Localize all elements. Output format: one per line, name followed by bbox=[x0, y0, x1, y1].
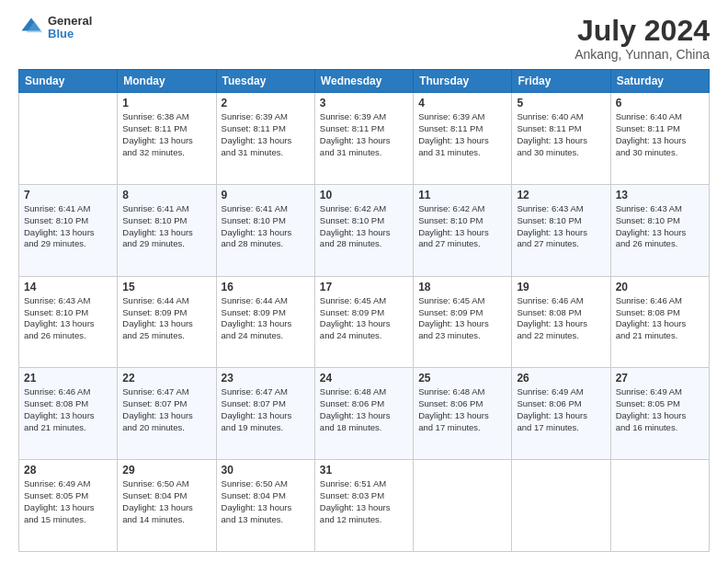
day-number: 18 bbox=[418, 281, 506, 293]
day-info: Sunrise: 6:40 AM Sunset: 8:11 PM Dayligh… bbox=[616, 111, 704, 158]
day-info: Sunrise: 6:39 AM Sunset: 8:11 PM Dayligh… bbox=[222, 111, 310, 158]
day-number: 7 bbox=[24, 189, 112, 201]
day-info: Sunrise: 6:43 AM Sunset: 8:10 PM Dayligh… bbox=[616, 203, 704, 250]
day-number: 23 bbox=[222, 372, 310, 385]
calendar-cell: 20Sunrise: 6:46 AM Sunset: 8:08 PM Dayli… bbox=[610, 276, 709, 368]
calendar-cell: 1Sunrise: 6:38 AM Sunset: 8:11 PM Daylig… bbox=[118, 93, 216, 185]
calendar-cell bbox=[512, 460, 610, 552]
day-number: 31 bbox=[320, 464, 408, 477]
calendar-day-header: Thursday bbox=[414, 70, 512, 93]
calendar-week-row: 1Sunrise: 6:38 AM Sunset: 8:11 PM Daylig… bbox=[19, 93, 710, 185]
calendar-cell: 5Sunrise: 6:40 AM Sunset: 8:11 PM Daylig… bbox=[512, 93, 610, 185]
calendar-cell: 12Sunrise: 6:43 AM Sunset: 8:10 PM Dayli… bbox=[512, 184, 610, 276]
day-number: 22 bbox=[122, 372, 210, 385]
calendar-week-row: 28Sunrise: 6:49 AM Sunset: 8:05 PM Dayli… bbox=[19, 460, 710, 552]
calendar-cell: 8Sunrise: 6:41 AM Sunset: 8:10 PM Daylig… bbox=[118, 184, 216, 276]
day-info: Sunrise: 6:47 AM Sunset: 8:07 PM Dayligh… bbox=[222, 386, 310, 433]
day-info: Sunrise: 6:50 AM Sunset: 8:04 PM Dayligh… bbox=[122, 478, 210, 525]
header: General Blue July 2024 Ankang, Yunnan, C… bbox=[18, 15, 710, 62]
calendar-cell: 7Sunrise: 6:41 AM Sunset: 8:10 PM Daylig… bbox=[19, 184, 118, 276]
day-number: 14 bbox=[24, 281, 112, 293]
calendar-cell bbox=[610, 460, 709, 552]
calendar-cell: 21Sunrise: 6:46 AM Sunset: 8:08 PM Dayli… bbox=[19, 368, 118, 460]
calendar-cell: 9Sunrise: 6:41 AM Sunset: 8:10 PM Daylig… bbox=[216, 184, 314, 276]
calendar-table: SundayMondayTuesdayWednesdayThursdayFrid… bbox=[18, 69, 710, 552]
calendar-cell bbox=[19, 93, 118, 185]
day-info: Sunrise: 6:41 AM Sunset: 8:10 PM Dayligh… bbox=[24, 203, 112, 250]
day-info: Sunrise: 6:43 AM Sunset: 8:10 PM Dayligh… bbox=[517, 203, 605, 250]
day-info: Sunrise: 6:50 AM Sunset: 8:04 PM Dayligh… bbox=[222, 478, 310, 525]
day-number: 16 bbox=[222, 281, 310, 293]
day-number: 12 bbox=[517, 189, 605, 201]
day-info: Sunrise: 6:48 AM Sunset: 8:06 PM Dayligh… bbox=[418, 386, 506, 433]
calendar-day-header: Friday bbox=[512, 70, 610, 93]
day-info: Sunrise: 6:39 AM Sunset: 8:11 PM Dayligh… bbox=[320, 111, 408, 158]
day-number: 2 bbox=[222, 97, 310, 109]
day-number: 11 bbox=[418, 189, 506, 201]
day-number: 27 bbox=[616, 372, 704, 385]
calendar-week-row: 7Sunrise: 6:41 AM Sunset: 8:10 PM Daylig… bbox=[19, 184, 710, 276]
calendar-day-header: Saturday bbox=[610, 70, 709, 93]
day-info: Sunrise: 6:41 AM Sunset: 8:10 PM Dayligh… bbox=[122, 203, 210, 250]
calendar-header-row: SundayMondayTuesdayWednesdayThursdayFrid… bbox=[19, 70, 710, 93]
logo-line2: Blue bbox=[48, 28, 92, 40]
day-info: Sunrise: 6:49 AM Sunset: 8:06 PM Dayligh… bbox=[517, 386, 605, 433]
calendar-cell: 26Sunrise: 6:49 AM Sunset: 8:06 PM Dayli… bbox=[512, 368, 610, 460]
calendar-week-row: 21Sunrise: 6:46 AM Sunset: 8:08 PM Dayli… bbox=[19, 368, 710, 460]
day-info: Sunrise: 6:42 AM Sunset: 8:10 PM Dayligh… bbox=[418, 203, 506, 250]
calendar-cell: 11Sunrise: 6:42 AM Sunset: 8:10 PM Dayli… bbox=[414, 184, 512, 276]
calendar-cell: 13Sunrise: 6:43 AM Sunset: 8:10 PM Dayli… bbox=[610, 184, 709, 276]
day-info: Sunrise: 6:46 AM Sunset: 8:08 PM Dayligh… bbox=[616, 295, 704, 342]
day-info: Sunrise: 6:46 AM Sunset: 8:08 PM Dayligh… bbox=[517, 295, 605, 342]
logo-text: General Blue bbox=[48, 15, 92, 41]
calendar-cell: 31Sunrise: 6:51 AM Sunset: 8:03 PM Dayli… bbox=[314, 460, 413, 552]
day-number: 30 bbox=[222, 464, 310, 477]
day-number: 21 bbox=[24, 372, 112, 385]
day-number: 10 bbox=[320, 189, 408, 201]
calendar-cell: 23Sunrise: 6:47 AM Sunset: 8:07 PM Dayli… bbox=[216, 368, 314, 460]
day-number: 20 bbox=[616, 281, 704, 293]
day-number: 9 bbox=[222, 189, 310, 201]
calendar-week-row: 14Sunrise: 6:43 AM Sunset: 8:10 PM Dayli… bbox=[19, 276, 710, 368]
day-info: Sunrise: 6:49 AM Sunset: 8:05 PM Dayligh… bbox=[616, 386, 704, 433]
day-info: Sunrise: 6:51 AM Sunset: 8:03 PM Dayligh… bbox=[320, 478, 408, 525]
day-info: Sunrise: 6:39 AM Sunset: 8:11 PM Dayligh… bbox=[418, 111, 506, 158]
day-info: Sunrise: 6:48 AM Sunset: 8:06 PM Dayligh… bbox=[320, 386, 408, 433]
calendar-cell: 16Sunrise: 6:44 AM Sunset: 8:09 PM Dayli… bbox=[216, 276, 314, 368]
day-number: 1 bbox=[122, 97, 210, 109]
day-number: 3 bbox=[320, 97, 408, 109]
day-info: Sunrise: 6:42 AM Sunset: 8:10 PM Dayligh… bbox=[320, 203, 408, 250]
calendar-cell: 14Sunrise: 6:43 AM Sunset: 8:10 PM Dayli… bbox=[19, 276, 118, 368]
day-number: 26 bbox=[517, 372, 605, 385]
calendar-cell: 27Sunrise: 6:49 AM Sunset: 8:05 PM Dayli… bbox=[610, 368, 709, 460]
calendar-cell bbox=[414, 460, 512, 552]
page-title: July 2024 bbox=[574, 15, 710, 47]
calendar-cell: 6Sunrise: 6:40 AM Sunset: 8:11 PM Daylig… bbox=[610, 93, 709, 185]
calendar-cell: 28Sunrise: 6:49 AM Sunset: 8:05 PM Dayli… bbox=[19, 460, 118, 552]
day-number: 28 bbox=[24, 464, 112, 477]
calendar-cell: 24Sunrise: 6:48 AM Sunset: 8:06 PM Dayli… bbox=[314, 368, 413, 460]
day-info: Sunrise: 6:43 AM Sunset: 8:10 PM Dayligh… bbox=[24, 295, 112, 342]
day-number: 15 bbox=[122, 281, 210, 293]
day-number: 17 bbox=[320, 281, 408, 293]
logo: General Blue bbox=[18, 15, 92, 41]
page: General Blue July 2024 Ankang, Yunnan, C… bbox=[0, 0, 728, 563]
logo-icon bbox=[18, 15, 44, 40]
calendar-cell: 10Sunrise: 6:42 AM Sunset: 8:10 PM Dayli… bbox=[314, 184, 413, 276]
day-number: 24 bbox=[320, 372, 408, 385]
calendar-day-header: Sunday bbox=[19, 70, 118, 93]
day-number: 6 bbox=[616, 97, 704, 109]
day-number: 8 bbox=[122, 189, 210, 201]
day-number: 19 bbox=[517, 281, 605, 293]
calendar-cell: 19Sunrise: 6:46 AM Sunset: 8:08 PM Dayli… bbox=[512, 276, 610, 368]
day-info: Sunrise: 6:46 AM Sunset: 8:08 PM Dayligh… bbox=[24, 386, 112, 433]
title-block: July 2024 Ankang, Yunnan, China bbox=[574, 15, 710, 62]
day-number: 5 bbox=[517, 97, 605, 109]
day-number: 29 bbox=[122, 464, 210, 477]
day-info: Sunrise: 6:40 AM Sunset: 8:11 PM Dayligh… bbox=[517, 111, 605, 158]
page-subtitle: Ankang, Yunnan, China bbox=[574, 47, 710, 62]
calendar-day-header: Wednesday bbox=[314, 70, 413, 93]
logo-line1: General bbox=[48, 15, 92, 28]
day-number: 4 bbox=[418, 97, 506, 109]
calendar-cell: 22Sunrise: 6:47 AM Sunset: 8:07 PM Dayli… bbox=[118, 368, 216, 460]
